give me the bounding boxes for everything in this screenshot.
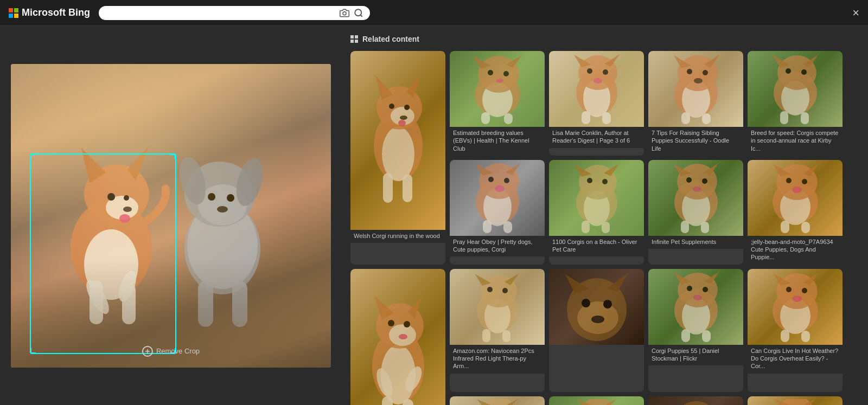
svg-rect-91 — [503, 221, 512, 233]
grid-item-10[interactable]: ;jelly-bean-and-moto_P7A9634 Cute Puppie… — [748, 160, 843, 265]
svg-point-32 — [382, 127, 414, 181]
grid-caption-3: Lisa Marie Conklin, Author at Reader's D… — [549, 127, 644, 148]
bing-logo: Microsoft Bing — [9, 7, 90, 18]
svg-point-166 — [802, 288, 807, 293]
grid-thumb-5 — [748, 51, 843, 127]
corgi-svg-9 — [653, 163, 739, 233]
grid-item-8[interactable]: 1100 Corgis on a Beach - Oliver Pet Care — [549, 160, 644, 265]
corgi-svg-b2 — [553, 399, 640, 405]
grid-thumb-hot — [748, 269, 843, 345]
corgi-svg-amazon — [454, 272, 541, 342]
svg-point-106 — [686, 177, 692, 183]
corgi-svg-10 — [752, 163, 839, 233]
main-image[interactable] — [11, 64, 331, 368]
svg-point-60 — [593, 78, 602, 83]
svg-rect-168 — [781, 330, 789, 342]
grid-item-b4[interactable] — [748, 396, 843, 405]
svg-point-107 — [702, 178, 707, 184]
svg-rect-110 — [701, 222, 709, 233]
svg-point-165 — [786, 287, 792, 292]
grid-item-3[interactable]: Lisa Marie Conklin, Author at Reader's D… — [549, 51, 644, 156]
svg-point-98 — [602, 179, 608, 184]
search-input[interactable] — [105, 9, 335, 17]
grid-thumb-3 — [549, 51, 644, 127]
svg-rect-71 — [681, 112, 690, 124]
bing-logo-grid — [9, 8, 18, 18]
corgi-svg-7 — [454, 163, 541, 233]
svg-point-139 — [487, 287, 493, 292]
svg-rect-90 — [483, 220, 492, 233]
grid-thumb-9 — [648, 160, 743, 236]
grid-item-freee[interactable]: I'm freee!!!! | Corgi puppy, Corgi facts… — [350, 269, 445, 405]
grid-item-dark[interactable] — [549, 269, 644, 392]
remove-crop-button[interactable]: Remove Crop — [142, 346, 200, 357]
svg-rect-61 — [582, 111, 590, 124]
grid-item-2[interactable]: Estimated breeding values (EBVs) | Healt… — [450, 51, 545, 156]
search-button[interactable] — [354, 8, 363, 18]
svg-point-157 — [693, 295, 702, 300]
svg-rect-42 — [403, 174, 412, 202]
grid-item-stockman[interactable]: Corgi Puppies 55 | Daniel Stockman | Fli… — [648, 269, 743, 392]
svg-point-118 — [792, 187, 802, 193]
grid-thumb-stockman — [648, 269, 743, 345]
svg-point-117 — [802, 179, 807, 184]
grid-caption-7: Pray Hear Obey | Pretty dogs, Cute puppi… — [450, 236, 545, 257]
grid-item-7[interactable]: Pray Hear Obey | Pretty dogs, Cute puppi… — [450, 160, 545, 265]
svg-rect-120 — [801, 222, 810, 233]
svg-point-69 — [703, 70, 708, 75]
grid-thumb-freee — [350, 269, 445, 405]
main-content: Remove Crop Related content — [0, 26, 868, 405]
grid-caption-2: Estimated breeding values (EBVs) | Healt… — [450, 127, 545, 156]
svg-point-70 — [694, 78, 703, 83]
grid-thumb-dark — [549, 269, 644, 345]
svg-point-97 — [587, 178, 592, 183]
svg-rect-41 — [383, 173, 393, 203]
svg-rect-119 — [781, 221, 789, 233]
camera-search-button[interactable] — [340, 8, 349, 18]
remove-crop-label: Remove Crop — [156, 347, 200, 355]
corgi-svg-4 — [653, 54, 739, 124]
corgi-svg-b3 — [653, 399, 739, 405]
grid-item-1[interactable]: Welsh Corgi running in the wood — [350, 51, 445, 265]
main-image-bg — [11, 64, 331, 368]
corgi-svg-freee — [355, 277, 442, 405]
close-button[interactable]: × — [852, 7, 859, 19]
grid-item-b2[interactable] — [549, 396, 644, 405]
corgi-svg-5 — [752, 54, 839, 124]
grid-item-4[interactable]: 7 Tips For Raising Sibling Puppies Succe… — [648, 51, 743, 156]
grid-thumb-10 — [748, 160, 843, 236]
grid-item-amazon[interactable]: Amazon.com: Naviocean 2Pcs Infrared Red … — [450, 269, 545, 392]
grid-thumb-b4 — [748, 396, 843, 405]
svg-point-40 — [398, 120, 406, 126]
grid-caption-9: Infinite Pet Supplements — [648, 236, 743, 249]
svg-rect-159 — [702, 330, 711, 342]
corgi-svg-dark — [553, 272, 640, 342]
grid-item-hot[interactable]: Can Corgis Live In Hot Weather? Do Corgi… — [748, 269, 843, 392]
corgi-svg-stockman — [653, 272, 739, 342]
svg-point-59 — [603, 69, 608, 75]
svg-point-140 — [502, 288, 508, 293]
grid-thumb-2 — [450, 51, 545, 127]
svg-rect-100 — [602, 222, 610, 233]
svg-point-37 — [389, 104, 394, 109]
search-bar — [99, 6, 370, 20]
svg-point-155 — [687, 286, 692, 291]
svg-line-2 — [360, 15, 362, 16]
grid-item-5[interactable]: Breed for speed: Corgis compete in secon… — [748, 51, 843, 156]
svg-point-167 — [792, 295, 802, 302]
grid-item-b1[interactable] — [450, 396, 545, 405]
svg-rect-142 — [502, 330, 510, 342]
svg-point-48 — [488, 70, 493, 75]
right-panel[interactable]: Related content — [342, 26, 868, 405]
grid-thumb-8 — [549, 160, 644, 236]
grid-caption-5: Breed for speed: Corgis compete in secon… — [748, 127, 843, 156]
grid-thumb-b3 — [648, 396, 743, 405]
corgi-svg-b4 — [752, 399, 839, 405]
svg-rect-99 — [582, 221, 590, 233]
svg-point-49 — [503, 71, 509, 76]
svg-point-1 — [355, 9, 361, 16]
grid-item-b3[interactable] — [648, 396, 743, 405]
svg-rect-81 — [801, 112, 809, 124]
grid-item-9[interactable]: Infinite Pet Supplements — [648, 160, 743, 265]
svg-rect-80 — [780, 111, 788, 124]
